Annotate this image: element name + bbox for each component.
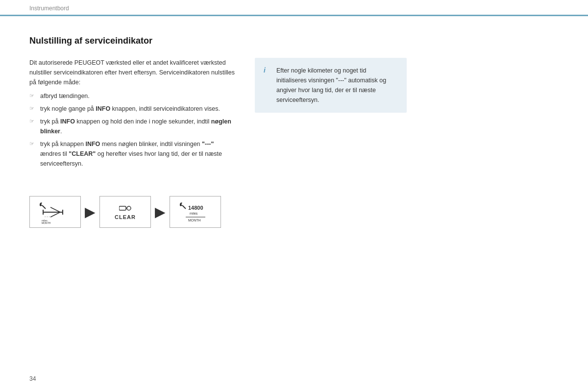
svg-line-3 — [50, 207, 60, 212]
header: Instrumentbord — [0, 0, 588, 16]
list-item: tryk på knappen INFO mens nøglen blinker… — [29, 139, 235, 169]
diagram-area: - - - miles MONTH ▶ CLEAR ▶ — [29, 196, 559, 228]
list-item: afbryd tændingen. — [29, 91, 235, 101]
main-content: Nulstilling af serviceindikator Dit auto… — [0, 16, 588, 238]
svg-line-4 — [50, 212, 60, 217]
content-area: Dit autoriserede PEUGEOT værksted eller … — [29, 58, 559, 172]
svg-text:- - -: - - - — [45, 215, 50, 218]
intro-text: Dit autoriserede PEUGEOT værksted eller … — [29, 58, 235, 87]
svg-text:14800: 14800 — [188, 205, 203, 211]
svg-line-12 — [182, 205, 186, 209]
header-title: Instrumentbord — [29, 5, 69, 12]
arrow-2: ▶ — [155, 205, 166, 219]
bullet-text: tryk på INFO knappen og hold den inde i … — [40, 118, 231, 135]
svg-rect-9 — [119, 206, 126, 210]
svg-point-10 — [127, 206, 131, 210]
svg-text:miles: miles — [190, 212, 198, 215]
info-icon: i — [264, 66, 270, 105]
left-column: Dit autoriserede PEUGEOT værksted eller … — [29, 58, 235, 172]
svg-text:MONTH: MONTH — [42, 221, 51, 224]
diagram-box-3: 14800 miles MONTH — [170, 196, 221, 228]
page-number: 34 — [29, 375, 36, 382]
svg-line-8 — [42, 205, 46, 209]
page-heading: Nulstilling af serviceindikator — [29, 36, 559, 46]
info-box-content: i Efter nogle kilometer og noget tid ini… — [264, 66, 398, 105]
clear-key-icon — [119, 204, 131, 212]
diagram-box-1: - - - miles MONTH — [29, 196, 81, 228]
list-item: tryk på INFO knappen og hold den inde i … — [29, 117, 235, 136]
key-svg — [119, 204, 131, 212]
bullet-text: afbryd tændingen. — [40, 93, 90, 99]
bullet-list: afbryd tændingen. tryk nogle gange på IN… — [29, 91, 235, 169]
bullet-text: tryk på knappen INFO mens nøglen blinker… — [40, 141, 222, 167]
mileage-svg: 14800 miles MONTH — [176, 200, 215, 224]
diagram-box-2: CLEAR — [99, 196, 151, 228]
svg-text:MONTH: MONTH — [188, 219, 201, 222]
info-box: i Efter nogle kilometer og noget tid ini… — [255, 58, 407, 113]
service-indicator-svg: - - - miles MONTH — [36, 200, 75, 224]
bullet-text: tryk nogle gange på INFO knappen, indtil… — [40, 105, 220, 112]
list-item: tryk nogle gange på INFO knappen, indtil… — [29, 104, 235, 114]
clear-label: CLEAR — [115, 214, 136, 220]
right-column: i Efter nogle kilometer og noget tid ini… — [255, 58, 407, 172]
info-box-text: Efter nogle kilometer og noget tid initi… — [276, 66, 398, 105]
arrow-1: ▶ — [85, 205, 96, 219]
